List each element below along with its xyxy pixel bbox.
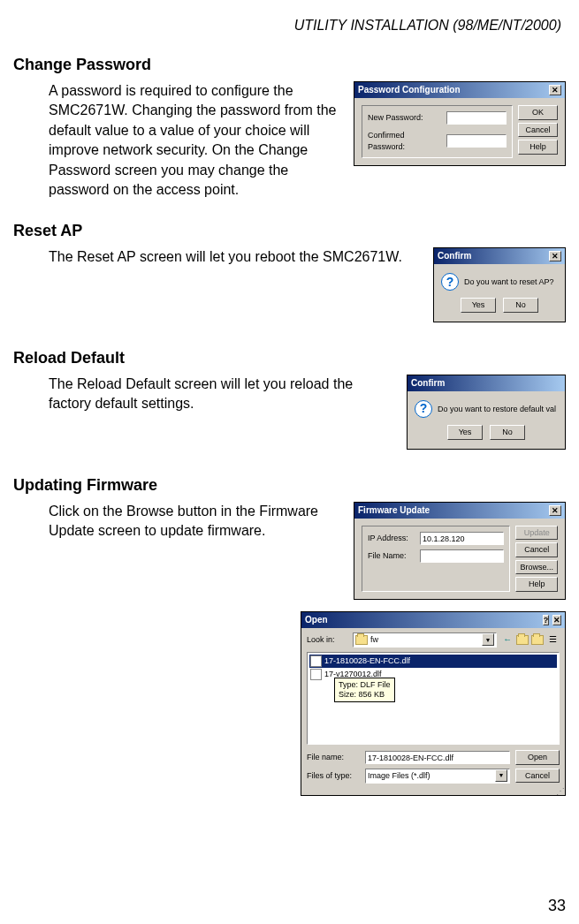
chevron-down-icon[interactable]: ▼: [495, 769, 507, 782]
heading-updating-firmware: Updating Firmware: [13, 476, 566, 495]
up-folder-icon[interactable]: [515, 632, 529, 647]
body-updating-firmware: Firmware Update ✕ IP Address: 10.1.28.12…: [13, 502, 566, 796]
body-change-password: Password Configuration ✕ New Password: C…: [13, 81, 566, 200]
yes-button[interactable]: Yes: [447, 425, 483, 440]
files-of-type-value: Image Files (*.dlf): [368, 770, 430, 782]
close-icon[interactable]: ✕: [549, 85, 561, 95]
dialog-title-text: Confirm: [411, 377, 445, 390]
confirmed-password-input[interactable]: [446, 134, 507, 148]
file-name: 17-1810028-EN-FCC.dlf: [324, 655, 410, 667]
tooltip-line: Type: DLF File: [339, 680, 391, 690]
ip-address-label: IP Address:: [368, 533, 416, 544]
new-folder-icon[interactable]: [530, 632, 545, 647]
ip-address-input[interactable]: 10.1.28.120: [420, 532, 504, 545]
file-icon: [310, 655, 322, 667]
yes-button[interactable]: Yes: [461, 298, 496, 313]
confirm-reset-dialog: Confirm ✕ ? Do you want to reset AP? Yes…: [433, 247, 566, 322]
paragraph-text: Click on the Browse button in the Firmwa…: [49, 504, 318, 538]
file-name-label: File name:: [307, 752, 360, 763]
question-icon: ?: [415, 400, 432, 418]
body-reset-ap: Confirm ✕ ? Do you want to reset AP? Yes…: [13, 247, 566, 327]
dialog-title-text: Open: [305, 614, 328, 626]
new-password-input[interactable]: [446, 111, 507, 125]
heading-change-password: Change Password: [13, 56, 566, 74]
files-of-type-label: Files of type:: [307, 770, 360, 782]
no-button[interactable]: No: [503, 298, 538, 313]
cancel-button[interactable]: Cancel: [515, 542, 558, 557]
dialog-title-bar: Open ? ✕: [301, 612, 565, 628]
confirmed-password-label: Confirmed Password:: [368, 130, 443, 152]
body-reload-default: Confirm ? Do you want to restore default…: [13, 375, 566, 454]
dialog-title-text: Firmware Update: [358, 504, 430, 517]
view-menu-icon[interactable]: ☰: [545, 632, 560, 647]
ok-button[interactable]: OK: [518, 105, 558, 120]
file-name-label: File Name:: [368, 550, 416, 562]
section-reload-default: Reload Default Confirm ? Do you want to …: [13, 349, 566, 454]
file-name-input[interactable]: [420, 549, 504, 563]
dialog-title-bar: Confirm: [408, 375, 565, 391]
firmware-update-dialog: Firmware Update ✕ IP Address: 10.1.28.12…: [354, 502, 566, 600]
section-updating-firmware: Updating Firmware Firmware Update ✕ IP A…: [13, 476, 566, 796]
files-of-type-dropdown[interactable]: Image Files (*.dlf) ▼: [365, 769, 510, 784]
list-item[interactable]: 17-1810028-EN-FCC.dlf: [309, 655, 557, 668]
heading-reload-default: Reload Default: [13, 349, 566, 367]
dialog-title-bar: Password Configuration ✕: [354, 82, 565, 98]
close-icon[interactable]: ✕: [552, 615, 561, 625]
chevron-down-icon[interactable]: ▼: [482, 633, 494, 646]
paragraph-text: The Reload Default screen will let you r…: [49, 376, 353, 411]
paragraph-text: A password is required to configure the …: [49, 83, 337, 197]
no-button[interactable]: No: [490, 425, 525, 440]
open-file-dialog: Open ? ✕ Look in: fw ▼ ← ☰: [301, 611, 566, 796]
help-button[interactable]: Help: [518, 140, 558, 155]
new-password-label: New Password:: [368, 112, 443, 124]
dialog-title-bar: Confirm ✕: [434, 248, 565, 264]
dialog-title-text: Confirm: [438, 250, 471, 262]
section-reset-ap: Reset AP Confirm ✕ ? Do you want to rese…: [13, 222, 566, 327]
page-number: 33: [548, 897, 566, 915]
section-change-password: Change Password Password Configuration ✕…: [13, 56, 566, 200]
file-list[interactable]: 17-1810028-EN-FCC.dlf 17-v1270012.dlf Ty…: [307, 652, 560, 745]
look-in-value: fw: [370, 634, 378, 646]
help-button[interactable]: Help: [515, 577, 558, 592]
question-icon: ?: [441, 273, 459, 291]
resize-grip-icon[interactable]: ⋰: [301, 789, 565, 795]
tooltip-line: Size: 856 KB: [339, 690, 391, 700]
dialog-title-bar: Firmware Update ✕: [354, 503, 565, 519]
password-config-dialog: Password Configuration ✕ New Password: C…: [354, 81, 566, 166]
look-in-dropdown[interactable]: fw ▼: [353, 632, 497, 648]
open-button[interactable]: Open: [515, 750, 560, 765]
tooltip: Type: DLF File Size: 856 KB: [334, 678, 395, 702]
file-icon: [310, 669, 322, 680]
heading-reset-ap: Reset AP: [13, 222, 566, 240]
browse-button[interactable]: Browse...: [515, 560, 558, 575]
update-button[interactable]: Update: [515, 526, 558, 541]
cancel-button[interactable]: Cancel: [515, 769, 560, 784]
folder-icon: [355, 635, 368, 645]
dialog-title-text: Password Configuration: [358, 84, 461, 96]
confirm-reload-dialog: Confirm ? Do you want to restore default…: [407, 375, 566, 450]
help-icon[interactable]: ?: [543, 615, 550, 625]
close-icon[interactable]: ✕: [549, 251, 561, 261]
page-header: UTILITY INSTALLATION (98/ME/NT/2000): [13, 18, 566, 34]
confirm-message: Do you want to reset AP?: [464, 276, 554, 288]
paragraph-text: The Reset AP screen will let you reboot …: [49, 249, 402, 264]
confirm-message: Do you want to restore default val: [438, 404, 556, 415]
nav-back-icon[interactable]: ←: [500, 632, 514, 647]
close-icon[interactable]: ✕: [549, 505, 561, 516]
file-name-input[interactable]: 17-1810028-EN-FCC.dlf: [365, 751, 510, 764]
cancel-button[interactable]: Cancel: [518, 123, 558, 138]
look-in-label: Look in:: [307, 634, 349, 646]
